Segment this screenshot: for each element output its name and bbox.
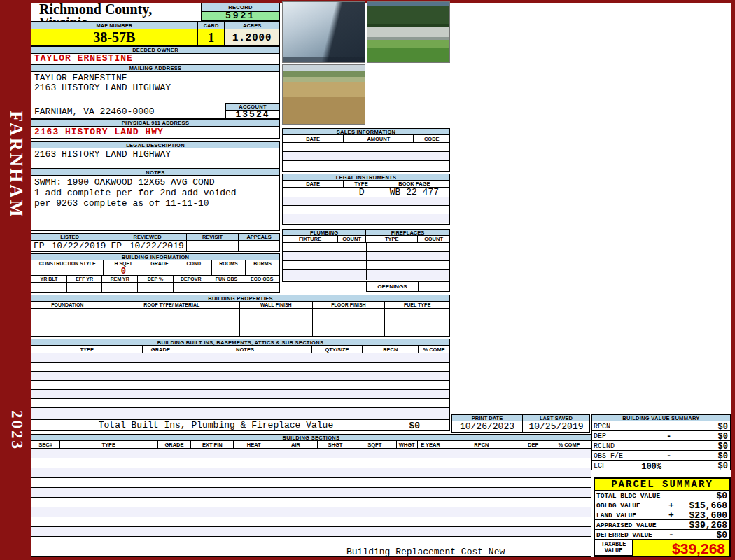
ps-label: TOTAL BLDG VALUE <box>595 491 666 500</box>
ps-sign: + <box>668 510 674 519</box>
reviewed-header: REVIEWED <box>108 234 186 240</box>
map-number-value: 38-57B <box>31 29 198 46</box>
ps-row-total-bldg: TOTAL BLDG VALUE $0 <box>595 491 729 500</box>
plumbing-fireplaces-header: PLUMBING FIREPLACES <box>282 229 450 236</box>
building-sections-columns: SEC# TYPE GRADE EXT FIN HEAT AIR SHGT SQ… <box>31 441 592 449</box>
bvs-row-rclnd: RCLND $0 <box>592 441 730 451</box>
bvs-value: $0 <box>718 422 728 430</box>
last-saved-value: 10/25/2019 <box>523 421 589 432</box>
print-saved-value-row: 10/26/2023 10/25/2019 <box>451 421 590 433</box>
construction-style-header: CONSTRUCTION STYLE <box>31 260 104 267</box>
bs-empty-row <box>31 507 591 517</box>
li-date-header: DATE <box>283 181 344 187</box>
legal-description-header: LEGAL DESCRIPTION <box>31 141 280 148</box>
record-value: 5921 <box>201 12 280 21</box>
appeals-value <box>239 241 279 251</box>
mailing-line-1: TAYLOR EARNESTINE <box>31 72 279 83</box>
bi-grade-header: GRADE <box>143 346 178 353</box>
li-type-value: D <box>344 188 379 197</box>
year-label: 2023 <box>5 400 26 460</box>
yrblt-header: YR BLT <box>31 276 67 282</box>
plumbing-fireplaces-columns: FIXTURE COUNT TYPE COUNT <box>282 236 450 243</box>
sales-amount-header: AMOUNT <box>344 135 414 142</box>
property-photo-2[interactable] <box>367 1 450 63</box>
fixture-header: FIXTURE <box>283 236 338 242</box>
cond-value <box>176 267 212 275</box>
ps-value: $39,268 <box>689 520 727 529</box>
note-line-1: SWMH: 1990 OAKWOOD 12X65 AVG COND <box>31 176 279 188</box>
funobs-value <box>209 283 245 292</box>
reviewed-initials: FP <box>111 241 122 251</box>
openings-label: OPENINGS <box>367 282 419 291</box>
remyr-header: REM YR <box>102 276 138 282</box>
li-empty-row <box>283 197 449 206</box>
fixture-count-header: COUNT <box>338 236 366 242</box>
bi-notes-header: NOTES <box>178 346 312 353</box>
card-value: 1 <box>198 29 225 46</box>
openings-value <box>419 282 449 291</box>
bvs-label: LCF <box>594 462 606 470</box>
bs-rpcn-header: RPCN <box>444 441 520 448</box>
sales-rows <box>282 143 450 172</box>
built-ins-empty-row <box>31 408 449 419</box>
remyr-value <box>102 283 138 292</box>
bs-extfin-header: EXT FIN <box>191 441 234 448</box>
parcel-summary: PARCEL SUMMARY TOTAL BLDG VALUE $0 OBLDG… <box>594 477 731 557</box>
bvs-label: RCLND <box>592 441 664 450</box>
plumbing-fireplaces-rows <box>282 243 450 282</box>
bs-air-header: AIR <box>274 441 318 448</box>
sales-empty-row <box>283 143 449 152</box>
property-photo-1[interactable] <box>282 1 365 63</box>
bvs-value-cell: $0 <box>664 441 730 450</box>
bs-empty-row <box>31 468 591 478</box>
sales-empty-row <box>283 161 449 170</box>
foundation-value <box>31 309 104 336</box>
fireplace-count-header: COUNT <box>418 236 449 242</box>
built-ins-total-label: Total Built Ins, Plumbing & Fireplace Va… <box>31 420 449 430</box>
bvs-row-lcf: LCF 100% $0 <box>592 461 730 470</box>
bvs-sign: - <box>666 451 671 460</box>
account-header: ACCOUNT <box>225 103 280 111</box>
bs-dep-header: DEP <box>519 441 547 448</box>
ps-label: OBLDG VALUE <box>595 500 666 510</box>
mailing-line-2: 2163 HISTORY LAND HIGHWAY <box>31 83 279 93</box>
hsqft-value: 0 <box>104 267 144 275</box>
building-value-summary-header: BUILDING VALUE SUMMARY <box>592 414 731 421</box>
print-date-header: PRINT DATE <box>452 415 523 421</box>
bi-rpcn-header: RPCN <box>363 346 419 353</box>
ps-label: LAND VALUE <box>595 510 666 519</box>
property-photo-3[interactable] <box>282 64 365 125</box>
last-saved-header: LAST SAVED <box>523 415 589 421</box>
fireplaces-header: FIREPLACES <box>366 230 449 235</box>
bi-type-header: TYPE <box>31 346 143 353</box>
building-sections-rows <box>31 449 592 547</box>
listed-date: 10/22/2019 <box>51 241 106 251</box>
bs-shgt-header: SHGT <box>318 441 354 448</box>
built-ins-empty-row <box>31 354 449 363</box>
deeded-owner-value: TAYLOR ERNESTINE <box>31 54 280 64</box>
bvs-row-dep: DEP -$0 <box>592 431 730 441</box>
bvs-value: $0 <box>718 451 728 460</box>
ps-label: DEFERRED VALUE <box>595 530 666 539</box>
cond-header: COND <box>176 260 212 267</box>
yrblt-value <box>31 283 67 292</box>
bvs-label: OBS F/E <box>592 451 664 460</box>
map-value-row: 38-57B 1 1.2000 <box>31 29 280 46</box>
note-line-3: per 9263 complete as of 11-11-10 <box>31 198 279 209</box>
pf-empty-row <box>283 270 449 280</box>
bvs-value: $0 <box>718 442 728 450</box>
bvs-sign: - <box>666 432 671 440</box>
listed-value: FP 10/22/2019 <box>31 241 108 251</box>
deeded-owner-header: DEEDED OWNER <box>31 46 280 54</box>
ps-sign: - <box>668 530 674 539</box>
ps-sign: + <box>668 500 674 510</box>
li-empty-row <box>283 214 449 223</box>
map-header-row: MAP NUMBER CARD ACRES <box>31 21 280 29</box>
built-ins-total-value: $0 <box>409 421 420 431</box>
bs-heat-header: HEAT <box>234 441 274 448</box>
construction-style-value <box>31 267 104 275</box>
plumbing-header: PLUMBING <box>283 230 366 235</box>
note-line-2: 1 add complete per for 2nd add voided <box>31 188 279 198</box>
bvs-value-cell: -$0 <box>664 431 730 440</box>
rooms-value <box>212 267 246 275</box>
